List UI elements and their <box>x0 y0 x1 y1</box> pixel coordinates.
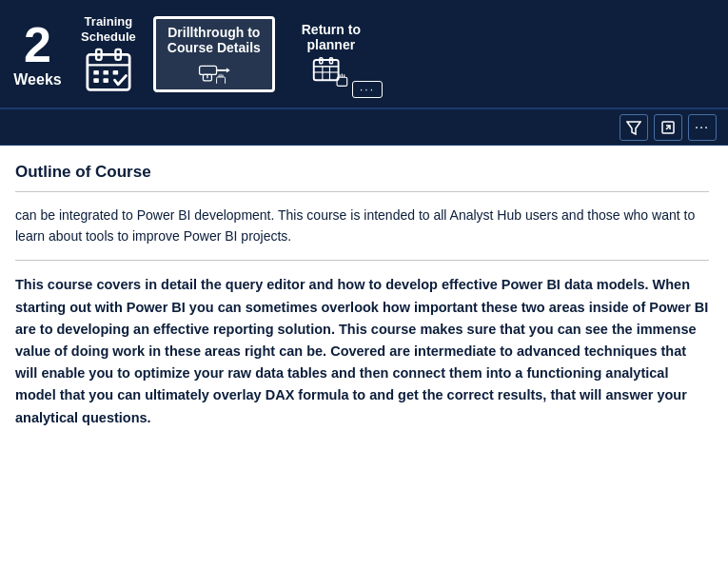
more-options-button[interactable]: ··· <box>688 114 717 141</box>
weeks-block: 2 Weeks <box>11 20 64 88</box>
planner-icon <box>306 57 356 86</box>
drillthrough-button[interactable]: Drillthrough to Course Details <box>153 16 275 92</box>
svg-rect-9 <box>199 67 216 75</box>
svg-rect-18 <box>314 60 339 80</box>
drillthrough-label: Drillthrough to Course Details <box>167 25 261 57</box>
svg-marker-29 <box>627 122 640 134</box>
secondary-toolbar: ··· <box>0 109 728 146</box>
svg-rect-7 <box>93 78 99 83</box>
filter-button[interactable] <box>620 114 648 141</box>
content-area[interactable]: Outline of Course can be integrated to P… <box>0 146 728 588</box>
main-text: This course covers in detail the query e… <box>15 274 709 428</box>
export-button[interactable] <box>654 114 682 141</box>
weeks-number: 2 <box>24 20 51 69</box>
svg-marker-11 <box>226 68 230 72</box>
weeks-label: Weeks <box>13 71 61 88</box>
training-schedule-block: Training Schedule <box>81 14 136 93</box>
drillthrough-dots[interactable]: ··· <box>352 81 383 98</box>
return-label: Return to planner <box>302 22 361 54</box>
filter-icon <box>626 120 641 135</box>
intro-text: can be integrated to Power BI developmen… <box>15 206 709 261</box>
svg-rect-8 <box>103 78 108 83</box>
calendar-icon <box>86 48 131 93</box>
svg-rect-5 <box>103 70 108 75</box>
drill-icon <box>189 60 239 83</box>
svg-rect-14 <box>216 77 225 83</box>
svg-rect-6 <box>113 70 119 75</box>
main-toolbar: 2 Weeks Training Schedule Drillthrough t… <box>0 0 728 109</box>
svg-rect-4 <box>93 70 99 75</box>
training-schedule-text: Training Schedule <box>81 14 136 44</box>
outline-title: Outline of Course <box>15 163 709 192</box>
export-icon <box>660 120 676 135</box>
